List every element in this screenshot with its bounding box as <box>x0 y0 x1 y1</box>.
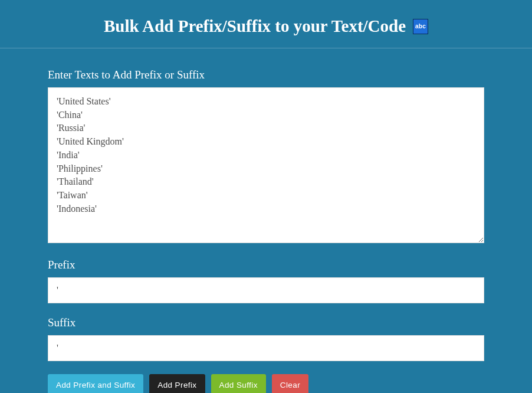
add-prefix-suffix-button[interactable]: Add Prefix and Suffix <box>48 374 143 393</box>
suffix-input[interactable] <box>48 335 484 361</box>
page-title: Bulk Add Prefix/Suffix to your Text/Code… <box>104 17 428 36</box>
abc-icon: abc <box>413 19 428 34</box>
prefix-input[interactable] <box>48 277 484 303</box>
input-text-area[interactable] <box>48 87 484 243</box>
input-text-label: Enter Texts to Add Prefix or Suffix <box>48 68 484 81</box>
suffix-label: Suffix <box>48 316 484 329</box>
button-row: Add Prefix and Suffix Add Prefix Add Suf… <box>48 374 484 393</box>
clear-button[interactable]: Clear <box>272 374 308 393</box>
add-suffix-button[interactable]: Add Suffix <box>211 374 266 393</box>
page-header: Bulk Add Prefix/Suffix to your Text/Code… <box>0 0 532 48</box>
prefix-label: Prefix <box>48 258 484 271</box>
add-prefix-button[interactable]: Add Prefix <box>149 374 205 393</box>
page-title-text: Bulk Add Prefix/Suffix to your Text/Code <box>104 17 406 36</box>
